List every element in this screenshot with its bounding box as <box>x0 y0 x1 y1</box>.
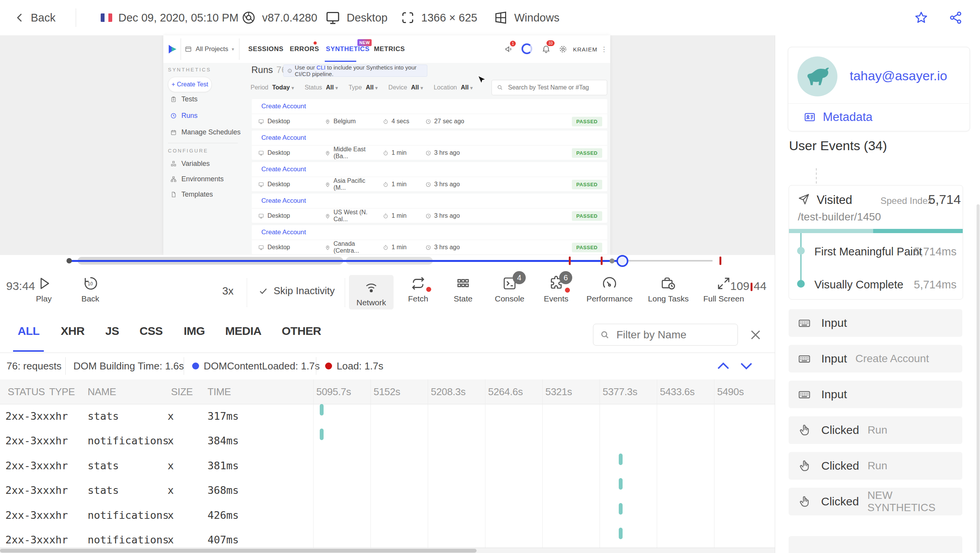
request-row[interactable]: 2xx-3xxxhrstatsx381ms <box>0 454 775 478</box>
sidebar-item-environments[interactable]: Environments <box>170 175 224 183</box>
tab-css[interactable]: CSS <box>140 310 163 353</box>
tab-metrics[interactable]: METRICS <box>374 35 405 63</box>
event-card-partial[interactable] <box>789 536 962 553</box>
filter-location[interactable]: All ▾ <box>461 84 473 91</box>
play-button[interactable]: Play <box>28 274 59 310</box>
scrollbar-thumb[interactable] <box>0 549 477 553</box>
event-card-clicked[interactable]: ClickedRun <box>789 452 962 480</box>
tab-other[interactable]: OTHER <box>282 310 321 353</box>
monitor-icon <box>258 182 264 187</box>
briefcase-clock-icon <box>660 275 676 291</box>
network-panel: ALL XHR JS CSS IMG MEDIA OTHER 76: reque… <box>0 310 775 553</box>
scroll-down-button[interactable] <box>739 360 754 372</box>
chevron-down-icon <box>739 360 754 372</box>
close-panel-button[interactable] <box>749 328 762 342</box>
back-10-button[interactable]: 10 Back <box>75 274 106 310</box>
horizontal-scrollbar[interactable] <box>0 548 775 553</box>
skip-inactivity-toggle[interactable]: Skip Inactivity <box>258 285 335 297</box>
window-icon <box>184 45 192 53</box>
event-card-clicked[interactable]: ClickedRun <box>789 416 962 444</box>
fetch-icon <box>410 275 426 291</box>
run-group[interactable]: Create Account Desktop Asia Pacific (M..… <box>252 162 607 191</box>
playhead[interactable] <box>616 255 628 267</box>
visited-event-card[interactable]: Visited Speed Index 5,714 /test-builder/… <box>789 185 963 300</box>
back-button[interactable]: Back <box>14 0 55 35</box>
events-badge: 6 <box>559 271 572 284</box>
chevron-left-icon <box>14 12 25 23</box>
errors-dot <box>314 41 317 45</box>
viewport-brackets-icon <box>400 10 415 25</box>
events-panel-button[interactable]: 6 Events <box>541 274 571 310</box>
request-row[interactable]: 2xx-3xxxhrstatsx317ms <box>0 404 775 429</box>
share-icon <box>948 10 963 25</box>
request-row[interactable]: 2xx-3xxxhrnotificationsx426ms <box>0 503 775 528</box>
tab-synthetics[interactable]: SYNTHETICS NEW <box>326 35 370 63</box>
network-panel-button[interactable]: Network <box>349 275 394 310</box>
os-info: Windows <box>493 0 560 35</box>
col-t0: 5095.7s <box>316 379 351 404</box>
share-button[interactable] <box>948 0 963 35</box>
run-name: Create Account <box>261 131 306 145</box>
speed-toggle[interactable]: 3x <box>215 285 241 297</box>
filter-period[interactable]: Today ▾ <box>272 84 294 91</box>
fetch-panel-button[interactable]: Fetch <box>403 274 434 310</box>
tab-media[interactable]: MEDIA <box>225 310 261 353</box>
bell-icon[interactable]: 33 <box>541 44 551 53</box>
event-card-clicked[interactable]: ClickedNEW SYNTHETICS <box>789 488 962 515</box>
sidebar-item-manage-schedules[interactable]: Manage Schedules <box>170 128 241 136</box>
filter-device[interactable]: All ▾ <box>411 84 423 91</box>
run-group[interactable]: Create Account Desktop Middle East (Ba..… <box>252 131 607 160</box>
tab-xhr[interactable]: XHR <box>61 310 85 353</box>
tab-sessions[interactable]: SESSIONS <box>248 35 284 63</box>
filter-status[interactable]: All ▾ <box>326 84 338 91</box>
event-card-input[interactable]: InputCreate Account <box>789 345 962 373</box>
run-group[interactable]: Create Account Desktop Canada (Centra...… <box>252 225 607 254</box>
visited-label: Visited <box>817 193 852 207</box>
sidebar-item-tests[interactable]: Tests <box>170 95 198 103</box>
sidebar-item-templates[interactable]: Templates <box>170 190 213 199</box>
timeline-track[interactable] <box>68 255 722 269</box>
vertical-scrollbar[interactable] <box>977 204 980 553</box>
tab-img[interactable]: IMG <box>184 310 205 353</box>
kebab-menu-icon[interactable]: ⋮ <box>601 45 607 53</box>
metadata-button[interactable]: Metadata <box>804 109 872 126</box>
event-card-input[interactable]: Input <box>789 309 962 337</box>
tab-js[interactable]: JS <box>105 310 119 353</box>
filter-input[interactable] <box>593 324 738 346</box>
session-date: Dec 09, 2020, 05:10 PM <box>101 0 239 35</box>
event-card-input[interactable]: Input <box>789 381 962 408</box>
run-group[interactable]: Create Account Desktop US West (N. Cal..… <box>252 194 607 223</box>
col-t3: 5264.6s <box>488 379 523 404</box>
filter-type[interactable]: All ▾ <box>366 84 378 91</box>
long-tasks-panel-button[interactable]: Long Tasks <box>643 274 693 310</box>
col-time: TIME <box>208 379 231 404</box>
stopwatch-icon <box>383 213 389 219</box>
test-search-input[interactable] <box>492 80 607 95</box>
request-row[interactable]: 2xx-3xxxhrnotificationsx407ms <box>0 528 775 548</box>
run-group[interactable]: Create Account Desktop Belgium 4 secs 27… <box>252 99 607 128</box>
request-row[interactable]: 2xx-3xxxhrnotificationsx384ms <box>0 429 775 453</box>
performance-panel-button[interactable]: Performance <box>585 274 635 310</box>
tab-errors[interactable]: ERRORS <box>290 35 319 63</box>
mouse-cursor <box>475 75 487 88</box>
tab-all[interactable]: ALL <box>18 310 40 353</box>
status-badge: PASSED <box>572 180 603 189</box>
hand-pointer-icon <box>797 459 811 473</box>
console-panel-button[interactable]: 4 Console <box>494 274 525 310</box>
cli-link[interactable]: CLI <box>317 64 326 71</box>
favorite-button[interactable] <box>914 0 929 35</box>
sidebar-item-variables[interactable]: Variables <box>170 160 210 168</box>
settings-gear-icon[interactable] <box>558 45 568 54</box>
full-screen-button[interactable]: Full Screen <box>699 274 749 310</box>
scroll-up-button[interactable] <box>716 360 731 372</box>
request-row[interactable]: 2xx-3xxxhrstatsx368ms <box>0 478 775 503</box>
announcements-icon[interactable]: 1 <box>505 45 514 54</box>
user-email[interactable]: tahay@asayer.io <box>850 47 947 104</box>
project-selector[interactable]: All Projects ▾ <box>184 35 234 63</box>
user-menu[interactable]: KRAIEM <box>573 35 598 63</box>
state-panel-button[interactable]: State <box>448 274 478 310</box>
vc-label: Visually Complete <box>814 278 904 291</box>
sidebar-item-runs[interactable]: Runs <box>170 112 198 120</box>
create-test-button[interactable]: + Create Test <box>168 77 212 92</box>
run-name: Create Account <box>261 99 306 114</box>
